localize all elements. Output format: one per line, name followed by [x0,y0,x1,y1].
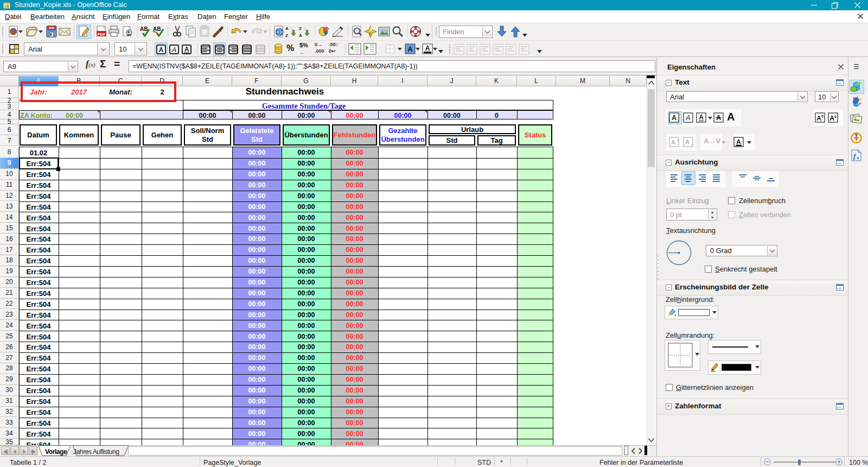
svg-text:A: A [671,139,675,146]
svg-text:A: A [407,45,413,53]
svg-text:PDF: PDF [98,32,106,37]
svg-text:x: x [857,155,859,160]
svg-text:y: y [691,143,693,147]
svg-text:A: A [158,46,163,53]
svg-text:Z: Z [285,33,288,38]
svg-text:A: A [685,138,690,145]
svg-text:A: A [829,115,834,122]
svg-text:A: A [425,45,430,52]
svg-text:AB: AB [140,26,148,32]
svg-text:A: A [736,138,741,145]
svg-text:A: A [299,33,302,38]
svg-text:−: − [667,160,670,165]
svg-text:A: A [171,46,176,53]
svg-text:A: A [184,45,189,53]
svg-text:x: x [677,138,679,142]
svg-text:A: A [816,115,821,122]
svg-text:+: + [667,403,670,409]
svg-text:−: − [667,285,670,290]
svg-text:−: − [667,80,670,85]
svg-text:A: A [685,114,690,122]
svg-text:Z: Z [299,26,302,31]
svg-text:A: A [672,114,676,122]
svg-text:A: A [285,26,289,31]
svg-text:A: A [699,113,704,121]
